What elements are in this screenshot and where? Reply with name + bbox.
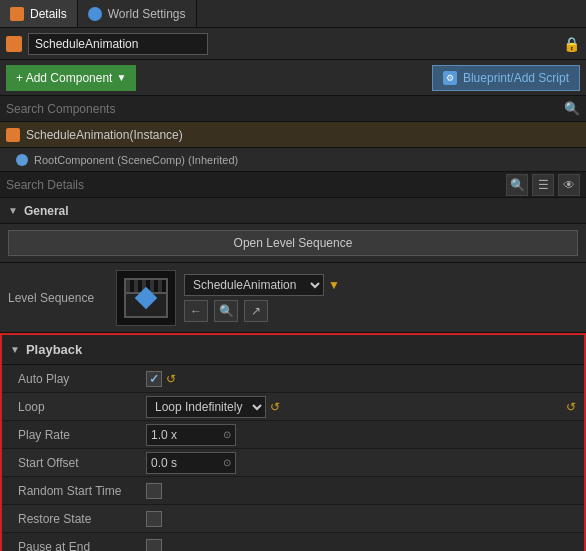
- blueprint-icon: ⚙: [443, 71, 457, 85]
- add-component-chevron-icon: ▼: [116, 72, 126, 83]
- start-offset-input-text: 0.0 s: [151, 456, 223, 470]
- search-components-icon: 🔍: [564, 101, 580, 116]
- auto-play-row: Auto Play ↺: [2, 365, 584, 393]
- random-start-value: [146, 483, 162, 499]
- pause-at-end-value: [146, 539, 162, 552]
- tab-world-settings-label: World Settings: [108, 7, 186, 21]
- seq-select-row: ScheduleAnimation ▼: [184, 274, 340, 296]
- loop-row: Loop Loop Indefinitely Don't Loop Loop E…: [2, 393, 584, 421]
- seq-search-button[interactable]: 🔍: [214, 300, 238, 322]
- clapper-icon: [124, 278, 168, 318]
- restore-state-value: [146, 511, 162, 527]
- tab-bar: Details World Settings: [0, 0, 586, 28]
- pause-at-end-checkbox[interactable]: [146, 539, 162, 552]
- loop-reset-icon[interactable]: ↺: [270, 400, 280, 414]
- pause-at-end-label: Pause at End: [18, 540, 138, 552]
- details-tab-icon: [10, 7, 24, 21]
- seq-back-button[interactable]: ←: [184, 300, 208, 322]
- root-component-icon: [16, 154, 28, 166]
- search-components-row: 🔍: [0, 96, 586, 122]
- general-arrow-icon: ▼: [8, 205, 18, 216]
- play-rate-input-text: 1.0 x: [151, 428, 223, 442]
- restore-state-label: Restore State: [18, 512, 138, 526]
- root-component-label: RootComponent (SceneComp) (Inherited): [34, 154, 238, 166]
- seq-select-dropdown[interactable]: ScheduleAnimation: [184, 274, 324, 296]
- add-component-label: + Add Component: [16, 71, 112, 85]
- start-offset-input[interactable]: 0.0 s ⊙: [146, 452, 236, 474]
- search-details-button[interactable]: 🔍: [506, 174, 528, 196]
- play-rate-spinner-icon[interactable]: ⊙: [223, 429, 231, 440]
- seq-action-row: ← 🔍 ↗: [184, 300, 340, 322]
- level-sequence-row: Level Sequence ScheduleAnimation ▼ ← 🔍 ↗: [0, 263, 586, 333]
- search-details-row: 🔍 ☰ 👁: [0, 172, 586, 198]
- play-rate-input[interactable]: 1.0 x ⊙: [146, 424, 236, 446]
- toolbar-row: + Add Component ▼ ⚙ Blueprint/Add Script: [0, 60, 586, 96]
- start-offset-row: Start Offset 0.0 s ⊙: [2, 449, 584, 477]
- open-level-sequence-button[interactable]: Open Level Sequence: [8, 230, 578, 256]
- seq-dropdown-chevron-icon: ▼: [328, 278, 340, 292]
- search-components-input[interactable]: [6, 102, 560, 116]
- tab-world-settings[interactable]: World Settings: [78, 0, 197, 27]
- tab-details-label: Details: [30, 7, 67, 21]
- restore-state-checkbox[interactable]: [146, 511, 162, 527]
- general-header-label: General: [24, 204, 69, 218]
- svg-rect-0: [9, 39, 19, 49]
- open-seq-label: Open Level Sequence: [234, 236, 353, 250]
- instance-row[interactable]: ScheduleAnimation(Instance): [0, 122, 586, 148]
- play-rate-value: 1.0 x ⊙: [146, 424, 236, 446]
- level-sequence-label: Level Sequence: [8, 291, 108, 305]
- loop-label: Loop: [18, 400, 138, 414]
- play-rate-row: Play Rate 1.0 x ⊙: [2, 421, 584, 449]
- blueprint-label: Blueprint/Add Script: [463, 71, 569, 85]
- add-component-button[interactable]: + Add Component ▼: [6, 65, 136, 91]
- root-component-row: RootComponent (SceneComp) (Inherited): [0, 148, 586, 172]
- loop-dropdown[interactable]: Loop Indefinitely Don't Loop Loop Exactl…: [146, 396, 266, 418]
- component-name-icon: [6, 36, 22, 52]
- search-details-input[interactable]: [6, 178, 502, 192]
- instance-label: ScheduleAnimation(Instance): [26, 128, 183, 142]
- general-section-header[interactable]: ▼ General: [0, 198, 586, 224]
- world-settings-tab-icon: [88, 7, 102, 21]
- lock-icon: 🔒: [563, 36, 580, 52]
- component-name-row: 🔒: [0, 28, 586, 60]
- play-rate-label: Play Rate: [18, 428, 138, 442]
- start-offset-label: Start Offset: [18, 456, 138, 470]
- random-start-row: Random Start Time: [2, 477, 584, 505]
- seq-controls: ScheduleAnimation ▼ ← 🔍 ↗: [184, 274, 340, 322]
- seq-thumbnail: [116, 270, 176, 326]
- playback-header-label: Playback: [26, 342, 82, 357]
- auto-play-label: Auto Play: [18, 372, 138, 386]
- instance-icon: [6, 128, 20, 142]
- tab-details[interactable]: Details: [0, 0, 78, 27]
- blueprint-button[interactable]: ⚙ Blueprint/Add Script: [432, 65, 580, 91]
- auto-play-value: ↺: [146, 371, 176, 387]
- start-offset-value: 0.0 s ⊙: [146, 452, 236, 474]
- restore-state-row: Restore State: [2, 505, 584, 533]
- filter-details-button[interactable]: ☰: [532, 174, 554, 196]
- loop-right-reset-icon[interactable]: ↺: [566, 400, 576, 414]
- open-seq-row: Open Level Sequence: [0, 224, 586, 263]
- random-start-label: Random Start Time: [18, 484, 138, 498]
- component-name-input[interactable]: [28, 33, 208, 55]
- playback-arrow-icon: ▼: [10, 344, 20, 355]
- playback-section-header[interactable]: ▼ Playback: [2, 335, 584, 365]
- seq-open-button[interactable]: ↗: [244, 300, 268, 322]
- playback-section: ▼ Playback Auto Play ↺ Loop Loop Indefin…: [0, 333, 586, 551]
- auto-play-reset-icon[interactable]: ↺: [166, 372, 176, 386]
- pause-at-end-row: Pause at End: [2, 533, 584, 551]
- eye-details-button[interactable]: 👁: [558, 174, 580, 196]
- detail-icon-group: 🔍 ☰ 👁: [506, 174, 580, 196]
- random-start-checkbox[interactable]: [146, 483, 162, 499]
- start-offset-spinner-icon[interactable]: ⊙: [223, 457, 231, 468]
- auto-play-checkbox[interactable]: [146, 371, 162, 387]
- loop-value: Loop Indefinitely Don't Loop Loop Exactl…: [146, 396, 280, 418]
